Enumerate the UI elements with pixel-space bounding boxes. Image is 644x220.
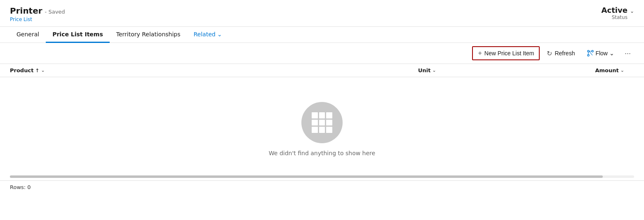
status-chevron-icon[interactable]: ⌄ xyxy=(630,8,634,14)
grid-cell-3 xyxy=(326,112,332,118)
grid-cell-8 xyxy=(319,127,325,133)
active-label: Active xyxy=(602,6,628,14)
svg-point-2 xyxy=(588,54,589,56)
col-amount-header: Amount ⌄ xyxy=(542,67,624,73)
grid-cell-9 xyxy=(326,127,332,133)
toolbar: + New Price List Item ↻ Refresh Flow ⌄ ·… xyxy=(0,43,644,64)
new-price-list-button[interactable]: + New Price List Item xyxy=(472,46,540,60)
col-unit-header: Unit ⌄ xyxy=(418,67,542,73)
more-options-button[interactable]: ··· xyxy=(621,47,634,60)
record-title: Printer - Saved xyxy=(10,6,65,16)
refresh-button[interactable]: ↻ Refresh xyxy=(541,47,580,60)
grid-cell-5 xyxy=(319,120,325,126)
svg-point-1 xyxy=(592,50,593,52)
col-product-header: Product ↑ ⌄ xyxy=(10,67,418,73)
status-sublabel: Status xyxy=(612,14,628,20)
tab-related-label: Related xyxy=(194,31,216,38)
tab-price-list-items-label: Price List Items xyxy=(52,31,103,38)
new-price-list-label: New Price List Item xyxy=(484,50,534,57)
product-chevron-icon[interactable]: ⌄ xyxy=(41,68,45,73)
refresh-icon: ↻ xyxy=(547,50,552,57)
flow-label: Flow xyxy=(595,50,608,57)
grid-cell-4 xyxy=(312,120,318,126)
rows-count: Rows: 0 xyxy=(10,184,31,190)
tab-related[interactable]: Related ⌄ xyxy=(187,27,229,43)
refresh-label: Refresh xyxy=(555,50,575,57)
amount-sort-button[interactable]: Amount ⌄ xyxy=(542,67,624,73)
tab-territory-label: Territory Relationships xyxy=(116,31,181,38)
flow-button[interactable]: Flow ⌄ xyxy=(582,47,620,59)
empty-message: We didn't find anything to show here xyxy=(269,150,375,156)
record-name: Printer xyxy=(10,6,42,16)
header-left: Printer - Saved Price List xyxy=(10,6,65,22)
flow-icon xyxy=(587,50,594,57)
tab-general[interactable]: General xyxy=(10,27,46,43)
product-sort-button[interactable]: Product ↑ ⌄ xyxy=(10,67,418,73)
record-type: Price List xyxy=(10,17,65,22)
active-status-button[interactable]: Active Status ⌄ xyxy=(602,6,634,20)
grid-cell-7 xyxy=(312,127,318,133)
amount-chevron-icon[interactable]: ⌄ xyxy=(620,68,624,73)
scroll-thumb[interactable] xyxy=(10,175,603,178)
related-chevron-icon: ⌄ xyxy=(217,31,222,38)
tab-territory-relationships[interactable]: Territory Relationships xyxy=(110,27,187,43)
tab-price-list-items[interactable]: Price List Items xyxy=(46,27,110,43)
unit-sort-button[interactable]: Unit ⌄ xyxy=(418,67,542,73)
grid-cell-1 xyxy=(312,112,318,118)
plus-icon: + xyxy=(478,50,482,57)
product-sort-icon: ↑ xyxy=(35,68,39,73)
tab-general-label: General xyxy=(16,31,39,38)
empty-state: We didn't find anything to show here xyxy=(0,77,644,173)
amount-col-label: Amount xyxy=(595,67,619,73)
footer: Rows: 0 xyxy=(0,181,644,194)
table-header: Product ↑ ⌄ Unit ⌄ Amount ⌄ xyxy=(0,64,644,77)
more-icon: ··· xyxy=(625,49,631,57)
empty-icon-circle xyxy=(301,102,343,143)
scroll-area[interactable] xyxy=(0,173,644,181)
grid-icon xyxy=(312,112,332,133)
svg-point-0 xyxy=(588,50,589,52)
grid-cell-2 xyxy=(319,112,325,118)
scroll-track[interactable] xyxy=(10,175,634,178)
page-header: Printer - Saved Price List Active Status… xyxy=(0,0,644,27)
record-saved: - Saved xyxy=(45,9,65,15)
nav-tabs: General Price List Items Territory Relat… xyxy=(0,27,644,43)
flow-chevron-icon: ⌄ xyxy=(609,50,614,57)
grid-cell-6 xyxy=(326,120,332,126)
status-block: Active Status xyxy=(602,6,628,20)
unit-col-label: Unit xyxy=(418,67,430,73)
unit-chevron-icon[interactable]: ⌄ xyxy=(432,68,436,73)
tab-related-inner: Related ⌄ xyxy=(194,31,222,38)
product-col-label: Product xyxy=(10,67,33,73)
